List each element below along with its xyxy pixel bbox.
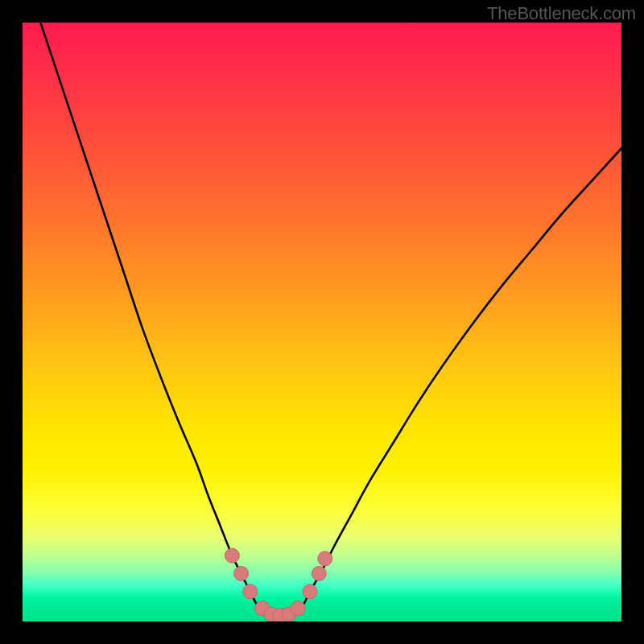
valley-marker [318,551,332,566]
curve-layer [23,23,621,621]
valley-marker [234,566,249,580]
plot-area [23,23,621,621]
watermark-text: TheBottleneck.com [487,3,636,24]
valley-marker [303,584,317,599]
chart-frame: TheBottleneck.com [0,0,644,644]
valley-marker [243,584,258,599]
valley-marker [312,566,326,580]
valley-marker [291,601,305,616]
valley-marker [225,548,239,563]
curve-right-branch [298,148,621,613]
curve-left-branch [40,23,262,613]
